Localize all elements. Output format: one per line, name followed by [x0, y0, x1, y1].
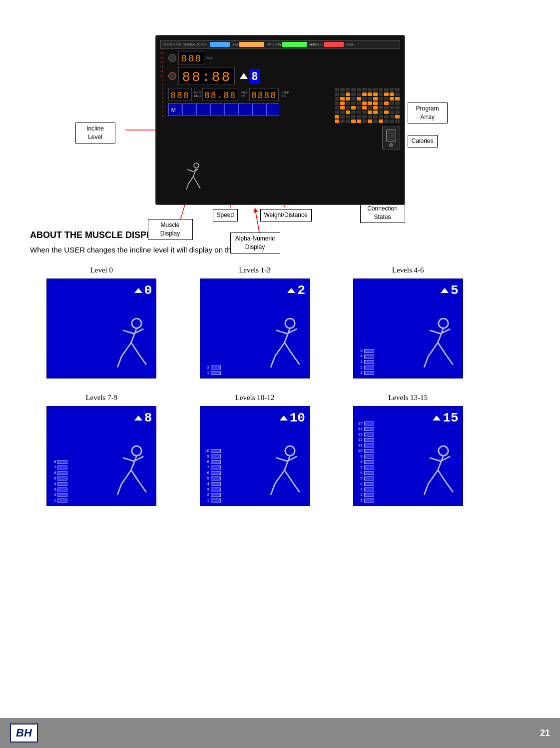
level-bar: 1: [203, 498, 221, 502]
svg-line-51: [139, 482, 146, 492]
pa-cell: [351, 88, 356, 92]
level-incline-triangle-0: [134, 288, 142, 293]
level-bar: 6: [357, 470, 374, 475]
hr-zone-fatburn: [239, 42, 264, 47]
pa-cell: [335, 106, 339, 110]
level-label-1: Levels 1-3: [239, 266, 271, 274]
diagram-section: Time HRC & Age Heart Rate Training Incli…: [0, 0, 560, 215]
pa-cell: [395, 102, 400, 105]
level-bar: 6: [203, 470, 221, 475]
pa-cell: [340, 120, 345, 123]
pa-cell: [368, 92, 372, 96]
pa-cell: [373, 115, 378, 118]
pa-cell: [335, 88, 339, 92]
svg-line-24: [122, 342, 131, 356]
level-incline-display-1: 2: [287, 283, 305, 298]
alpha-cell-4: [210, 103, 223, 116]
level-bar: 5: [203, 476, 221, 480]
level-label-5: Levels 13-15: [388, 394, 428, 402]
pa-cell: [390, 97, 394, 100]
svg-line-37: [438, 328, 443, 342]
hr-zone-aerobic: [282, 42, 307, 47]
pa-cell: [357, 106, 361, 110]
level-incline-triangle-5: [433, 416, 441, 420]
pa-cell: [362, 115, 367, 118]
console-display: HEART RATE TRANING ZONES LOW FAT BURN AE…: [155, 35, 405, 205]
level-incline-num-1: 2: [297, 283, 305, 298]
svg-point-52: [285, 446, 295, 456]
pa-cell: [390, 115, 394, 118]
pa-cell: [379, 115, 383, 118]
level-bar: 1: [357, 498, 374, 502]
about-description: When the USER changes the incline level …: [30, 246, 530, 254]
level-bar: 2: [203, 365, 221, 370]
level-bar: 7: [203, 465, 221, 470]
level-bar: 1: [203, 370, 221, 375]
hz-fatburn-label: FAT BURN: [266, 43, 281, 46]
level-label-4: Levels 10-12: [235, 394, 275, 402]
bh-logo: BH: [10, 724, 38, 742]
pa-cell: [351, 115, 356, 118]
pa-cell: [357, 92, 361, 96]
level-runner-4: [259, 444, 304, 500]
level-image-4: 1010987654321: [200, 406, 310, 506]
level-bar: 3: [50, 487, 67, 492]
level-incline-num-0: 0: [144, 283, 152, 298]
level-item-3: Levels 7-9887654321: [30, 394, 173, 506]
svg-line-58: [271, 484, 275, 495]
svg-line-13: [193, 168, 196, 176]
level-bar: 4: [357, 482, 374, 486]
target-icon: [168, 72, 176, 80]
incline-number: 8: [249, 69, 260, 84]
pa-cell: [351, 92, 356, 96]
pa-cell: [368, 102, 372, 105]
hz-high-label: HIGH: [346, 43, 353, 46]
pa-cell: [346, 97, 350, 100]
level-bar: 15: [357, 421, 374, 426]
alpha-cell-6: [238, 103, 251, 116]
level-incline-num-4: 10: [290, 410, 305, 426]
level-runner-0: [106, 316, 151, 373]
level-runner-5: [413, 444, 458, 500]
level-incline-num-2: 5: [451, 283, 459, 298]
seg-steps: 8888: [249, 88, 279, 101]
diagram-wrapper: Time HRC & Age Heart Rate Training Incli…: [65, 35, 495, 205]
pa-cell: [379, 110, 383, 114]
level-incline-num-5: 15: [443, 410, 458, 426]
hz-aerobic-label: AEROBIC: [309, 43, 323, 46]
pa-cell: [395, 110, 400, 114]
alpha-cell-8: [266, 103, 279, 116]
level-incline-triangle-1: [287, 288, 295, 293]
pa-cell: [351, 120, 356, 123]
level-incline-display-2: 5: [441, 283, 459, 298]
svg-line-46: [123, 458, 134, 462]
level-bar: 10: [203, 448, 221, 453]
pa-cell: [379, 102, 383, 105]
pa-cell: [362, 102, 367, 105]
level-label-0: Level 0: [90, 266, 113, 274]
pa-cell: [373, 97, 378, 100]
pa-cell: [395, 92, 400, 96]
svg-line-65: [438, 470, 446, 482]
pa-cell: [368, 110, 372, 114]
pa-cell: [335, 92, 339, 96]
level-bar: 14: [357, 426, 374, 431]
pa-cell: [335, 120, 339, 123]
svg-line-17: [193, 176, 197, 184]
svg-line-26: [117, 356, 121, 368]
hr-zones-title: HEART RATE TRANING ZONES: [163, 43, 207, 46]
pa-cell: [384, 102, 389, 105]
pa-cell: [368, 106, 372, 110]
pa-cell: [395, 97, 400, 100]
level-image-5: 15151413121110987654321: [353, 406, 463, 506]
svg-point-28: [285, 318, 295, 328]
level-bars-2: 54321: [357, 348, 374, 375]
seg-speed: 888: [168, 88, 191, 101]
pa-cell: [357, 110, 361, 114]
pa-cell: [395, 88, 400, 92]
pa-cell: [346, 92, 350, 96]
incline-level-label: Incline Level: [75, 122, 115, 144]
pa-cell: [373, 102, 378, 105]
level-bars-3: 87654321: [50, 460, 67, 502]
level-image-1: 221: [200, 278, 310, 378]
